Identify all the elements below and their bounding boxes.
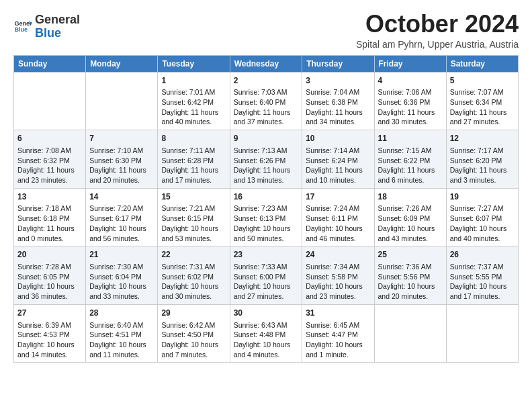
calendar-cell: 27Sunrise: 6:39 AMSunset: 4:53 PMDayligh… (14, 304, 86, 363)
header-monday: Monday (86, 55, 158, 72)
day-number: 15 (161, 191, 226, 203)
day-number: 11 (378, 133, 443, 144)
header-saturday: Saturday (446, 55, 518, 72)
calendar-page: General Blue General Blue October 2024 S… (0, 0, 532, 371)
day-number: 20 (17, 249, 82, 261)
calendar-cell: 17Sunrise: 7:24 AMSunset: 6:11 PMDayligh… (302, 188, 374, 246)
day-number: 8 (161, 133, 226, 144)
calendar-cell: 20Sunrise: 7:28 AMSunset: 6:05 PMDayligh… (14, 246, 86, 305)
weekday-header-row: Sunday Monday Tuesday Wednesday Thursday… (14, 55, 519, 72)
day-info: Sunrise: 7:13 AMSunset: 6:26 PMDaylight:… (234, 146, 299, 185)
day-number: 4 (378, 75, 443, 87)
day-number: 1 (161, 75, 226, 87)
calendar-row-1: 6Sunrise: 7:08 AMSunset: 6:32 PMDaylight… (14, 130, 519, 189)
logo-general: General (35, 13, 80, 26)
calendar-cell: 28Sunrise: 6:40 AMSunset: 4:51 PMDayligh… (86, 304, 158, 363)
day-number: 23 (234, 249, 299, 261)
day-info: Sunrise: 7:06 AMSunset: 6:36 PMDaylight:… (378, 87, 443, 127)
calendar-cell: 15Sunrise: 7:21 AMSunset: 6:15 PMDayligh… (158, 188, 230, 246)
day-info: Sunrise: 7:21 AMSunset: 6:15 PMDaylight:… (161, 203, 226, 243)
calendar-table: Sunday Monday Tuesday Wednesday Thursday… (13, 55, 519, 363)
day-number: 24 (306, 249, 370, 261)
day-info: Sunrise: 7:27 AMSunset: 6:07 PMDaylight:… (450, 203, 515, 243)
header-friday: Friday (374, 55, 446, 72)
calendar-cell: 26Sunrise: 7:37 AMSunset: 5:55 PMDayligh… (446, 246, 518, 305)
calendar-cell: 24Sunrise: 7:34 AMSunset: 5:58 PMDayligh… (302, 246, 374, 305)
calendar-cell: 22Sunrise: 7:31 AMSunset: 6:02 PMDayligh… (158, 246, 230, 305)
calendar-cell (374, 304, 446, 363)
day-info: Sunrise: 6:39 AMSunset: 4:53 PMDaylight:… (17, 320, 82, 360)
day-info: Sunrise: 7:33 AMSunset: 6:00 PMDaylight:… (234, 262, 299, 302)
logo-text: General Blue (35, 13, 80, 40)
calendar-cell: 9Sunrise: 7:13 AMSunset: 6:26 PMDaylight… (230, 130, 302, 189)
header-tuesday: Tuesday (158, 55, 230, 72)
day-info: Sunrise: 7:11 AMSunset: 6:28 PMDaylight:… (161, 146, 226, 185)
calendar-cell: 29Sunrise: 6:42 AMSunset: 4:50 PMDayligh… (158, 304, 230, 363)
day-info: Sunrise: 6:43 AMSunset: 4:48 PMDaylight:… (234, 320, 299, 360)
day-info: Sunrise: 7:26 AMSunset: 6:09 PMDaylight:… (378, 203, 443, 243)
day-number: 12 (450, 133, 515, 144)
day-number: 14 (89, 191, 154, 203)
day-info: Sunrise: 7:18 AMSunset: 6:18 PMDaylight:… (17, 203, 82, 243)
calendar-cell: 7Sunrise: 7:10 AMSunset: 6:30 PMDaylight… (86, 130, 158, 189)
logo-icon: General Blue (13, 17, 32, 36)
day-number: 13 (17, 191, 82, 203)
calendar-cell (14, 72, 86, 130)
day-info: Sunrise: 7:23 AMSunset: 6:13 PMDaylight:… (234, 203, 299, 243)
calendar-cell: 11Sunrise: 7:15 AMSunset: 6:22 PMDayligh… (374, 130, 446, 189)
logo-blue: Blue (35, 26, 61, 40)
day-number: 22 (161, 249, 226, 261)
calendar-cell: 30Sunrise: 6:43 AMSunset: 4:48 PMDayligh… (230, 304, 302, 363)
calendar-cell: 14Sunrise: 7:20 AMSunset: 6:17 PMDayligh… (86, 188, 158, 246)
day-info: Sunrise: 7:10 AMSunset: 6:30 PMDaylight:… (89, 146, 154, 185)
calendar-cell: 10Sunrise: 7:14 AMSunset: 6:24 PMDayligh… (302, 130, 374, 189)
day-number: 17 (306, 191, 370, 203)
day-number: 7 (89, 133, 154, 144)
day-number: 27 (17, 308, 82, 319)
calendar-cell: 6Sunrise: 7:08 AMSunset: 6:32 PMDaylight… (14, 130, 86, 189)
day-info: Sunrise: 7:30 AMSunset: 6:04 PMDaylight:… (89, 262, 154, 302)
day-info: Sunrise: 7:08 AMSunset: 6:32 PMDaylight:… (17, 146, 82, 185)
day-number: 28 (89, 308, 154, 319)
header-sunday: Sunday (14, 55, 86, 72)
calendar-cell: 16Sunrise: 7:23 AMSunset: 6:13 PMDayligh… (230, 188, 302, 246)
svg-text:Blue: Blue (14, 26, 28, 33)
calendar-row-0: 1Sunrise: 7:01 AMSunset: 6:42 PMDaylight… (14, 72, 519, 130)
day-info: Sunrise: 6:42 AMSunset: 4:50 PMDaylight:… (161, 320, 226, 360)
day-number: 29 (161, 308, 226, 319)
day-info: Sunrise: 7:24 AMSunset: 6:11 PMDaylight:… (306, 203, 370, 243)
day-number: 5 (450, 75, 515, 87)
day-info: Sunrise: 7:17 AMSunset: 6:20 PMDaylight:… (450, 146, 515, 185)
calendar-cell: 21Sunrise: 7:30 AMSunset: 6:04 PMDayligh… (86, 246, 158, 305)
day-number: 31 (306, 308, 370, 319)
title-block: October 2024 Spital am Pyhrn, Upper Aust… (356, 11, 519, 50)
day-info: Sunrise: 7:36 AMSunset: 5:56 PMDaylight:… (378, 262, 443, 302)
day-info: Sunrise: 6:40 AMSunset: 4:51 PMDaylight:… (89, 320, 154, 360)
calendar-cell: 25Sunrise: 7:36 AMSunset: 5:56 PMDayligh… (374, 246, 446, 305)
day-info: Sunrise: 7:28 AMSunset: 6:05 PMDaylight:… (17, 262, 82, 302)
calendar-cell: 3Sunrise: 7:04 AMSunset: 6:38 PMDaylight… (302, 72, 374, 130)
day-info: Sunrise: 7:37 AMSunset: 5:55 PMDaylight:… (450, 262, 515, 302)
calendar-cell: 31Sunrise: 6:45 AMSunset: 4:47 PMDayligh… (302, 304, 374, 363)
day-info: Sunrise: 7:20 AMSunset: 6:17 PMDaylight:… (89, 203, 154, 243)
calendar-row-2: 13Sunrise: 7:18 AMSunset: 6:18 PMDayligh… (14, 188, 519, 246)
day-number: 18 (378, 191, 443, 203)
day-number: 19 (450, 191, 515, 203)
logo: General Blue General Blue (13, 13, 80, 40)
calendar-cell: 23Sunrise: 7:33 AMSunset: 6:00 PMDayligh… (230, 246, 302, 305)
calendar-cell (446, 304, 518, 363)
day-info: Sunrise: 7:01 AMSunset: 6:42 PMDaylight:… (161, 87, 226, 127)
day-info: Sunrise: 7:34 AMSunset: 5:58 PMDaylight:… (306, 262, 370, 302)
calendar-cell: 1Sunrise: 7:01 AMSunset: 6:42 PMDaylight… (158, 72, 230, 130)
calendar-cell: 12Sunrise: 7:17 AMSunset: 6:20 PMDayligh… (446, 130, 518, 189)
day-info: Sunrise: 7:03 AMSunset: 6:40 PMDaylight:… (234, 87, 299, 127)
header: General Blue General Blue October 2024 S… (13, 11, 519, 50)
day-number: 10 (306, 133, 370, 144)
day-number: 2 (234, 75, 299, 87)
calendar-cell: 18Sunrise: 7:26 AMSunset: 6:09 PMDayligh… (374, 188, 446, 246)
month-title: October 2024 (356, 11, 519, 38)
calendar-cell: 4Sunrise: 7:06 AMSunset: 6:36 PMDaylight… (374, 72, 446, 130)
day-number: 30 (234, 308, 299, 319)
day-number: 26 (450, 249, 515, 261)
day-number: 25 (378, 249, 443, 261)
